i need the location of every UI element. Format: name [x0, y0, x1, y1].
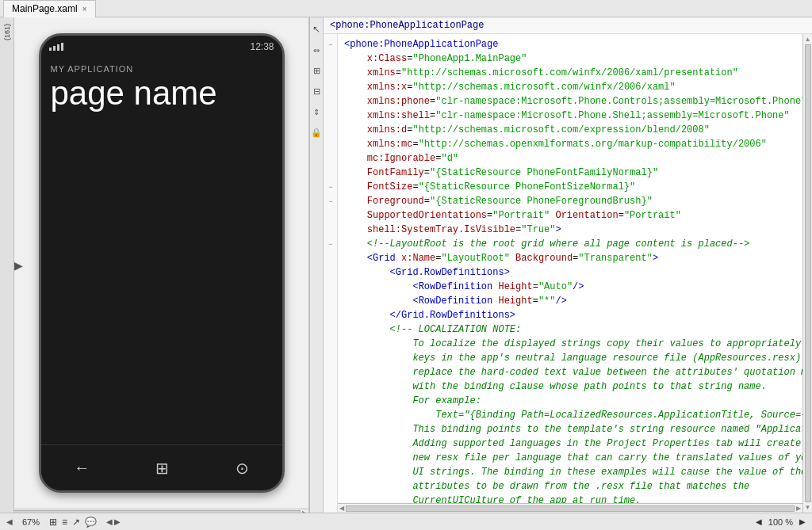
editor-area: − − − − [324, 34, 812, 513]
status-right: ◀ 100 % ▶ [756, 517, 806, 527]
phone-time: 12:38 [250, 41, 274, 52]
expand-v-icon[interactable]: ⇕ [311, 106, 322, 117]
gutter-space-10 [324, 208, 338, 223]
cursor-icon[interactable]: ↖ [311, 24, 322, 35]
collapse-icon-4[interactable]: − [324, 237, 338, 251]
collapse-icon-1[interactable]: − [324, 37, 338, 51]
list-view-icon[interactable]: ≡ [62, 517, 67, 528]
phone-status-bar: 12:38 [41, 36, 282, 58]
xml-gutter: − − − − [324, 34, 338, 513]
h-scrollbar-left[interactable]: ◀ ▶ [0, 509, 308, 513]
gutter-space-11 [324, 223, 338, 237]
nav-arrows: ◀ [6, 517, 13, 526]
v-toolbar-left: (161) [0, 17, 14, 513]
expand-h-icon[interactable]: ⇔ [311, 44, 322, 55]
gutter-space-7 [324, 137, 338, 151]
gutter-space-2 [324, 66, 338, 80]
zoom-level-left: 67% [22, 517, 40, 527]
gutter-space-3 [324, 80, 338, 94]
xml-content: <phone:PhoneApplicationPage x:Class="Pho… [338, 34, 802, 513]
v-scrollbar[interactable]: ▲ ▼ [802, 34, 812, 513]
gutter-space-6 [324, 123, 338, 137]
status-left: ◀ 67% ⊞ ≡ ↗ 💬 ◀ ▶ [6, 517, 121, 528]
nav-right-buttons: ◀ ▶ [106, 517, 121, 526]
bar3 [57, 44, 59, 51]
phone-bottom-nav: ← ⊞ ⊙ [41, 444, 282, 490]
right-panel: <phone:PhoneApplicationPage − − [324, 17, 812, 513]
signal-bars [49, 43, 63, 51]
chat-icon[interactable]: 💬 [85, 517, 97, 528]
zoom-level-right: 100 % [768, 517, 793, 527]
status-icons: ⊞ ≡ ↗ 💬 [49, 517, 97, 528]
phone-home-button[interactable]: ⊞ [155, 459, 169, 478]
mid-toolbar: ↖ ⇔ ⊞ ⊟ ⇕ 🔒 [309, 17, 324, 513]
tab-bar: MainPage.xaml × [0, 0, 812, 17]
collapse-icon-3[interactable]: − [324, 194, 338, 208]
gutter-space-9 [324, 166, 338, 180]
collapse-icon-2[interactable]: − [324, 180, 338, 194]
phone-screen: MY APPLICATION page name [41, 58, 282, 444]
zoom-out-button[interactable]: ◀ [756, 517, 762, 526]
breadcrumb-text: <phone:PhoneApplicationPage [330, 20, 484, 31]
play-button[interactable]: ▶ [14, 259, 23, 272]
minus-square-icon[interactable]: ⊟ [311, 86, 322, 97]
right-panel-wrapper: <phone:PhoneApplicationPage − − [324, 17, 812, 513]
xml-breadcrumb: <phone:PhoneApplicationPage [324, 17, 812, 34]
phone-app-title: MY APPLICATION [41, 58, 282, 75]
nav-next-button[interactable]: ▶ [114, 517, 121, 526]
nav-left-button[interactable]: ◀ [6, 517, 13, 526]
main-content: (161) ▶ 12:38 M [0, 17, 812, 513]
tab-label: MainPage.xaml [12, 3, 78, 14]
tab-close-button[interactable]: × [82, 5, 87, 13]
status-bar: ◀ 67% ⊞ ≡ ↗ 💬 ◀ ▶ ◀ 100 % ▶ [0, 513, 812, 530]
phone-search-button[interactable]: ⊙ [236, 459, 249, 478]
gutter-space-1 [324, 51, 338, 66]
phone-preview: 12:38 MY APPLICATION page name ← ⊞ ⊙ [25, 33, 285, 493]
gutter-space-5 [324, 109, 338, 123]
bar1 [49, 48, 52, 51]
gutter-space-4 [324, 94, 338, 109]
h-scrollbar-right[interactable]: ◀ ▶ [338, 503, 802, 513]
xml-scroll-area[interactable]: <phone:PhoneApplicationPage x:Class="Pho… [338, 34, 802, 503]
main-page-tab[interactable]: MainPage.xaml × [3, 0, 96, 17]
bar4 [61, 43, 63, 51]
grid-view-icon[interactable]: ⊞ [49, 517, 57, 528]
left-panel: (161) ▶ 12:38 M [0, 17, 309, 513]
zoom-in-button[interactable]: ▶ [799, 517, 806, 526]
plus-square-icon[interactable]: ⊞ [311, 65, 322, 76]
nav-prev-button[interactable]: ◀ [106, 517, 113, 526]
phone-device: 12:38 MY APPLICATION page name ← ⊞ ⊙ [39, 33, 285, 493]
arrow-icon[interactable]: ↗ [72, 517, 80, 528]
bar2 [53, 46, 56, 51]
xml-editor[interactable]: <phone:PhoneApplicationPage x:Class="Pho… [338, 34, 802, 503]
phone-page-name: page name [41, 75, 282, 112]
gutter-space-8 [324, 151, 338, 166]
phone-back-button[interactable]: ← [74, 459, 90, 477]
size-label: (161) [3, 24, 11, 40]
lock-icon[interactable]: 🔒 [311, 127, 322, 138]
